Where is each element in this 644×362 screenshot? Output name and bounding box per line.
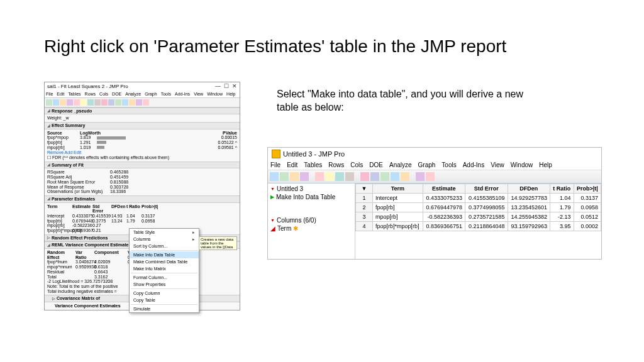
response-header[interactable]: Response _pseudo [52,109,92,114]
menu-item[interactable]: Make Combined Data Table [130,258,199,265]
menu-item[interactable]: Columns [130,236,199,243]
summary-of-fit-header[interactable]: Summary of Fit [52,163,84,168]
menubar[interactable]: FileEditTablesRowsColsDOEAnalyzeGraphToo… [45,91,240,98]
menu-item[interactable]: Make Into Data Table [130,251,199,258]
cov-header[interactable]: Covariance Matrix of [57,296,100,301]
window-buttons[interactable]: — ☐ ✕ [215,84,237,90]
toolbar[interactable] [268,170,601,184]
menu-item[interactable]: Table Style [130,229,199,236]
menu-item[interactable]: Copy Column [130,290,199,297]
menubar[interactable]: FileEditTablesRowsColsDOEAnalyzeGraphToo… [268,160,601,170]
script-name[interactable]: Make Into Data Table [276,194,335,200]
left-panel[interactable]: ▼Untitled 3 ▶Make Into Data Table ▼Colum… [268,184,355,259]
jmp-datatable-window: Untitled 3 - JMP Pro FileEditTablesRowsC… [267,147,602,260]
reml-header[interactable]: REML Variance Component Estimates [52,243,131,248]
term-col[interactable]: Term [277,225,291,232]
data-table[interactable]: ▼TermEstimateStd ErrorDFDent RatioProb>|… [355,184,601,231]
table-name[interactable]: Untitled 3 [277,185,303,192]
effect-summary-header[interactable]: Effect Summary [52,123,85,128]
random-effect-header[interactable]: Random Effect Predictions [52,236,108,241]
instruction-text: Select "Make into data table", and you w… [277,88,547,114]
menu-item[interactable]: Format Column... [130,274,199,281]
menu-item[interactable]: Simulate [130,305,199,312]
parameter-estimates-header[interactable]: Parameter Estimates [52,197,95,202]
menu-item[interactable]: Copy Table [130,297,199,304]
context-tooltip: Creates a new data table from the values… [199,236,237,250]
slide-title: Right click on 'Parameter Estimates' tab… [44,36,506,57]
toolbar[interactable] [45,98,240,107]
window-title: Untitled 3 - JMP Pro [283,150,345,158]
window-title: sal1 - Fit Least Squares 2 - JMP Pro [47,84,213,90]
jmp-icon [272,150,280,158]
columns-header[interactable]: Columns (6/0) [277,217,316,224]
context-menu[interactable]: Table StyleColumnsSort by Column...Make … [129,228,199,313]
menu-item[interactable]: Show Properties [130,281,199,288]
weight-label: Weight: _w [45,114,240,122]
menu-item[interactable]: Sort by Column... [130,243,199,250]
menu-item[interactable]: Make Into Matrix [130,265,199,272]
